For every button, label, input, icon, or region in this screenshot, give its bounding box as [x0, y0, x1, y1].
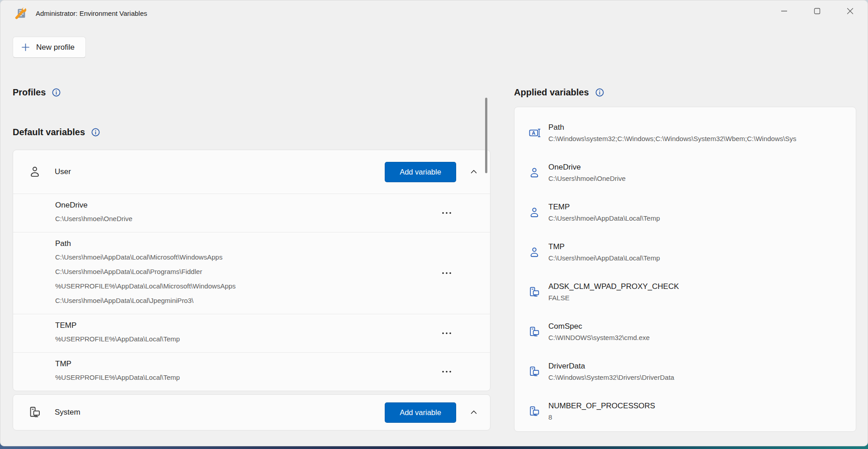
applied-variable-name: NUMBER_OF_PROCESSORS: [548, 400, 848, 412]
tmp-more-button[interactable]: [437, 364, 457, 379]
applied-variable-value: FALSE: [548, 293, 848, 303]
window-title: Administrator: Environment Variables: [36, 9, 147, 17]
environment-variables-app-icon: [14, 6, 28, 20]
system-icon: [528, 286, 541, 298]
variable-value: %USERPROFILE%\AppData\Local\Temp: [55, 370, 427, 385]
titlebar: Administrator: Environment Variables: [0, 0, 868, 26]
variable-name: Path: [55, 237, 427, 250]
user-icon: [28, 165, 42, 179]
system-add-variable-button[interactable]: Add variable: [385, 402, 456, 423]
chevron-up-icon: [469, 167, 478, 176]
maximize-button[interactable]: [801, 0, 834, 21]
default-variables-heading-label: Default variables: [13, 127, 85, 137]
more-icon: [441, 370, 453, 373]
user-icon: [528, 166, 541, 179]
system-icon: [528, 365, 541, 378]
variable-value-line: C:\Users\hmoei\AppData\Local\JpegminiPro…: [55, 293, 427, 308]
applied-variable-value: C:\WINDOWS\system32\cmd.exe: [548, 332, 848, 343]
applied-variable-value: C:\Users\hmoei\AppData\Local\Temp: [548, 253, 848, 264]
profiles-heading: Profiles: [13, 87, 61, 98]
applied-row-temp: TEMP C:\Users\hmoei\AppData\Local\Temp: [514, 193, 856, 232]
variable-name: TEMP: [55, 319, 427, 332]
variable-value-line: C:\Users\hmoei\AppData\Local\Programs\Fi…: [55, 265, 427, 279]
plus-icon: [21, 43, 30, 52]
environment-variables-window: Administrator: Environment Variables: [0, 0, 868, 446]
applied-variable-name: OneDrive: [548, 161, 848, 173]
variable-name: TMP: [55, 358, 427, 370]
default-variables-info-icon[interactable]: [91, 128, 100, 137]
more-icon: [441, 271, 453, 275]
applied-variable-value: C:\Users\hmoei\OneDrive: [548, 173, 848, 184]
user-icon: [528, 206, 541, 219]
new-profile-label: New profile: [36, 43, 75, 52]
default-variables-heading: Default variables: [13, 127, 100, 137]
path-more-button[interactable]: [437, 266, 457, 280]
user-section-title: User: [55, 167, 71, 176]
more-icon: [441, 211, 453, 215]
variable-row-path: Path C:\Users\hmoei\AppData\Local\Micros…: [13, 232, 490, 314]
applied-variables-info-icon[interactable]: [595, 88, 604, 97]
user-icon: [528, 246, 541, 259]
applied-variable-name: ADSK_CLM_WPAD_PROXY_CHECK: [548, 281, 848, 293]
applied-row-path: A Path C:\Windows\system32;C:\Windows;C:…: [514, 113, 856, 153]
applied-row-number-of-processors: NUMBER_OF_PROCESSORS 8: [514, 392, 856, 431]
system-icon: [528, 326, 541, 338]
system-icon: [28, 406, 42, 419]
variable-row-onedrive: OneDrive C:\Users\hmoei\OneDrive: [13, 194, 490, 232]
close-icon: [846, 7, 854, 15]
variable-row-tmp: TMP %USERPROFILE%\AppData\Local\Temp: [13, 352, 490, 391]
applied-variable-name: ComSpec: [548, 321, 848, 332]
system-section-title: System: [55, 408, 80, 417]
variable-row-temp: TEMP %USERPROFILE%\AppData\Local\Temp: [13, 314, 490, 352]
system-expander-header[interactable]: System Add variable: [13, 395, 490, 430]
user-variables-card: User Add variable OneDrive C:\Users\hmoe…: [13, 150, 491, 391]
applied-row-comspec: ComSpec C:\WINDOWS\system32\cmd.exe: [514, 312, 856, 352]
system-icon: [528, 405, 541, 418]
applied-variable-name: Path: [548, 122, 848, 133]
applied-variable-value: C:\Windows\System32\Drivers\DriverData: [548, 372, 848, 383]
applied-row-adsk-clm-wpad-proxy-check: ADSK_CLM_WPAD_PROXY_CHECK FALSE: [514, 272, 856, 312]
user-expander-header[interactable]: User Add variable: [13, 150, 490, 194]
applied-variables-heading-label: Applied variables: [514, 87, 589, 98]
chevron-up-icon: [469, 408, 478, 417]
applied-variables-card: A Path C:\Windows\system32;C:\Windows;C:…: [514, 107, 856, 432]
applied-variable-value: C:\Windows\system32;C:\Windows;C:\Window…: [548, 133, 848, 144]
applied-row-driverdata: DriverData C:\Windows\System32\Drivers\D…: [514, 352, 856, 392]
variable-value-line: %USERPROFILE%\AppData\Local\Microsoft\Wi…: [55, 279, 427, 293]
maximize-icon: [813, 7, 821, 15]
minimize-button[interactable]: [768, 0, 801, 21]
applied-variable-value: C:\Users\hmoei\AppData\Local\Temp: [548, 213, 848, 224]
new-profile-button[interactable]: New profile: [13, 37, 86, 58]
more-icon: [441, 331, 453, 335]
applied-row-onedrive: OneDrive C:\Users\hmoei\OneDrive: [514, 153, 856, 193]
variable-value-line: C:\Users\hmoei\AppData\Local\Microsoft\W…: [55, 250, 427, 265]
profiles-heading-label: Profiles: [13, 87, 46, 98]
system-variables-card: System Add variable: [13, 394, 491, 430]
temp-more-button[interactable]: [437, 326, 457, 340]
user-add-variable-button[interactable]: Add variable: [385, 162, 456, 182]
applied-variable-value: 8: [548, 412, 848, 423]
rename-icon: A: [528, 127, 541, 139]
left-pane-scrollbar-thumb[interactable]: [485, 98, 487, 173]
applied-variable-name: TEMP: [548, 201, 848, 213]
close-button[interactable]: [834, 0, 867, 21]
onedrive-more-button[interactable]: [437, 206, 457, 220]
svg-text:A: A: [532, 130, 535, 136]
applied-row-tmp: TMP C:\Users\hmoei\AppData\Local\Temp: [514, 232, 856, 272]
profiles-info-icon[interactable]: [52, 88, 61, 97]
variable-name: OneDrive: [55, 199, 427, 212]
applied-variable-name: DriverData: [548, 360, 848, 372]
user-collapse-button[interactable]: [468, 165, 479, 179]
minimize-icon: [780, 7, 788, 15]
applied-variable-name: TMP: [548, 241, 848, 253]
system-collapse-button[interactable]: [468, 406, 479, 419]
applied-variables-heading: Applied variables: [514, 87, 604, 98]
variable-value: %USERPROFILE%\AppData\Local\Temp: [55, 332, 427, 346]
window-controls: [768, 0, 867, 21]
variable-value: C:\Users\hmoei\OneDrive: [55, 212, 427, 226]
